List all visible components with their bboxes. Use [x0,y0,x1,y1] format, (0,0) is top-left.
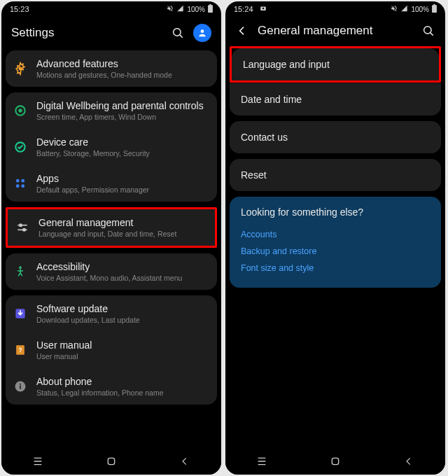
nav-bar [225,448,445,475]
gm-list: Language and input Date and time Contact… [225,46,445,449]
about-phone-icon [13,379,28,394]
nav-recent-button[interactable] [17,456,59,467]
profile-avatar-icon[interactable] [193,24,211,42]
svg-point-2 [174,29,181,36]
item-user-manual[interactable]: ? User manual User manual [6,332,217,368]
phone-right: 15:24 100% General management [225,1,445,475]
svg-text:?: ? [18,346,22,354]
screenshot-indicator-icon [260,5,267,13]
software-update-icon [13,306,28,321]
item-date-and-time[interactable]: Date and time [230,83,441,115]
general-management-header: General management [225,17,445,46]
item-subtitle: Language and input, Date and time, Reset [38,230,208,238]
item-subtitle: Default apps, Permission manager [36,186,210,194]
page-title: Settings [11,26,162,40]
signal-icon [176,5,184,13]
svg-point-29 [262,8,264,10]
item-subtitle: Download updates, Last update [36,316,210,324]
svg-point-16 [23,229,25,231]
settings-list: Advanced features Motions and gestures, … [1,50,221,454]
suggestions-title: Looking for something else? [241,206,430,218]
item-software-update[interactable]: Software update Download updates, Last u… [6,295,217,332]
page-title: General management [258,24,413,38]
item-subtitle: Status, Legal information, Phone name [36,388,210,397]
svg-rect-37 [332,458,338,464]
item-title: Contact us [241,132,288,143]
item-title: Advanced features [36,58,210,69]
item-about-phone[interactable]: About phone Status, Legal information, P… [6,368,217,405]
nav-back-button[interactable] [164,456,206,467]
item-title: Software update [36,303,210,314]
svg-rect-23 [20,386,21,389]
signal-icon [400,5,408,13]
item-title: About phone [36,376,210,387]
back-icon[interactable] [235,25,249,36]
svg-point-17 [19,266,22,269]
apps-icon [13,176,28,191]
item-title: Date and time [241,94,302,105]
item-digital-wellbeing[interactable]: Digital Wellbeing and parental controls … [6,92,217,129]
svg-point-11 [16,184,20,188]
item-reset[interactable]: Reset [230,159,441,191]
item-contact-us[interactable]: Contact us [230,121,441,153]
item-title: Accessibility [36,261,210,272]
mute-icon [391,5,398,13]
svg-point-15 [20,224,22,226]
user-manual-icon: ? [13,342,28,358]
status-time: 15:24 [234,5,267,13]
nav-recent-button[interactable] [241,456,283,467]
item-subtitle: Voice Assistant, Mono audio, Assistant m… [36,274,210,282]
settings-header: Settings [1,17,221,50]
svg-point-7 [19,109,21,111]
status-bar: 15:24 100% [225,1,445,17]
nav-back-button[interactable] [388,456,430,467]
item-subtitle: Screen time, App timers, Wind Down [36,113,210,121]
item-apps[interactable]: Apps Default apps, Permission manager [6,165,217,202]
phone-left: 15:23 100% Settings [1,1,221,475]
battery-icon [432,4,437,14]
suggest-link-backup[interactable]: Backup and restore [241,243,430,260]
item-device-care[interactable]: Device care Battery, Storage, Memory, Se… [6,129,217,165]
item-title: Device care [36,136,210,148]
battery-text: 100% [411,6,429,13]
search-icon[interactable] [421,24,435,38]
item-subtitle: Battery, Storage, Memory, Security [36,149,210,158]
item-title: Digital Wellbeing and parental controls [36,100,210,111]
device-care-icon [13,139,28,155]
item-general-management[interactable]: General management Language and input, D… [8,209,215,246]
accessibility-icon [13,264,28,279]
svg-line-33 [430,33,433,36]
suggest-link-font[interactable]: Font size and style [241,260,430,276]
item-subtitle: Motions and gestures, One-handed mode [36,71,210,79]
svg-rect-30 [432,5,437,13]
svg-rect-0 [208,5,213,13]
svg-line-3 [180,35,183,38]
wellbeing-icon [13,103,28,118]
suggestions-card: Looking for something else? Accounts Bac… [230,197,441,288]
svg-point-9 [16,179,20,183]
nav-home-button[interactable] [314,456,356,467]
advanced-features-icon [13,61,28,76]
svg-rect-31 [433,4,435,6]
item-title: General management [38,217,208,228]
item-title: User manual [36,340,210,351]
status-indicators: 100% [167,4,213,14]
item-advanced-features[interactable]: Advanced features Motions and gestures, … [6,50,217,87]
item-accessibility[interactable]: Accessibility Voice Assistant, Mono audi… [6,253,217,290]
svg-point-32 [424,27,432,34]
svg-point-22 [20,384,21,385]
svg-rect-27 [108,458,114,464]
nav-home-button[interactable] [90,456,132,467]
svg-point-12 [21,184,24,188]
mute-icon [167,5,174,13]
item-title: Reset [241,169,267,181]
suggest-link-accounts[interactable]: Accounts [241,226,430,243]
svg-point-10 [21,179,24,183]
status-bar: 15:23 100% [1,1,221,17]
search-icon[interactable] [171,26,185,40]
item-title: Apps [36,173,210,184]
battery-text: 100% [187,6,205,13]
item-subtitle: User manual [36,352,210,360]
item-language-and-input[interactable]: Language and input [232,48,439,80]
item-title: Language and input [243,59,330,70]
